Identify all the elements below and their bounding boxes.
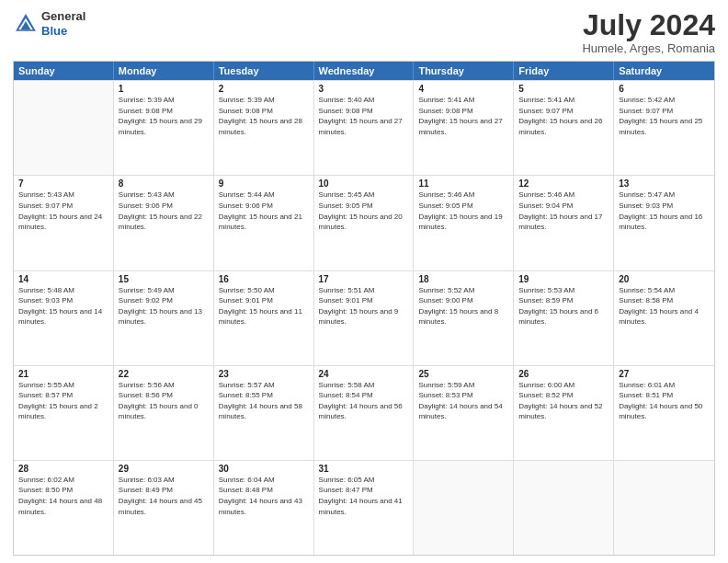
day-number: 16 [219,274,309,284]
cal-cell: 2Sunrise: 5:39 AMSunset: 9:08 PMDaylight… [214,81,314,175]
cal-cell: 12Sunrise: 5:46 AMSunset: 9:04 PMDayligh… [514,176,614,270]
header-tuesday: Tuesday [214,62,314,80]
cell-info: Sunrise: 5:58 AMSunset: 8:54 PMDaylight:… [319,380,409,422]
cal-cell: 21Sunrise: 5:55 AMSunset: 8:57 PMDayligh… [14,366,114,460]
cal-cell: 8Sunrise: 5:43 AMSunset: 9:06 PMDaylight… [114,176,214,270]
cell-info: Sunrise: 5:46 AMSunset: 9:05 PMDaylight:… [418,190,508,232]
cell-info: Sunrise: 5:49 AMSunset: 9:02 PMDaylight:… [119,285,209,327]
cal-cell: 11Sunrise: 5:46 AMSunset: 9:05 PMDayligh… [414,176,514,270]
header-thursday: Thursday [414,62,514,80]
cal-cell: 7Sunrise: 5:43 AMSunset: 9:07 PMDaylight… [14,176,114,270]
day-number: 2 [219,84,309,94]
day-number: 20 [619,274,710,284]
cal-cell [514,461,614,555]
cal-cell [414,461,514,555]
cell-info: Sunrise: 5:48 AMSunset: 9:03 PMDaylight:… [18,285,108,327]
cell-info: Sunrise: 6:01 AMSunset: 8:51 PMDaylight:… [619,380,710,422]
day-number: 6 [619,84,710,94]
cell-info: Sunrise: 5:54 AMSunset: 8:58 PMDaylight:… [619,285,710,327]
calendar: Sunday Monday Tuesday Wednesday Thursday… [13,61,715,556]
day-number: 19 [518,274,609,284]
cell-info: Sunrise: 5:51 AMSunset: 9:01 PMDaylight:… [319,285,409,327]
day-number: 14 [18,274,108,284]
header-wednesday: Wednesday [314,62,415,80]
day-number: 15 [119,274,209,284]
cal-cell: 29Sunrise: 6:03 AMSunset: 8:49 PMDayligh… [114,461,214,555]
cell-info: Sunrise: 5:40 AMSunset: 9:08 PMDaylight:… [319,95,409,137]
month-title: July 2024 [582,9,715,41]
cal-cell: 26Sunrise: 6:00 AMSunset: 8:52 PMDayligh… [514,366,614,460]
cal-cell: 30Sunrise: 6:04 AMSunset: 8:48 PMDayligh… [214,461,314,555]
calendar-header: Sunday Monday Tuesday Wednesday Thursday… [14,62,714,80]
day-number: 26 [518,369,609,379]
day-number: 9 [219,178,309,189]
day-number: 18 [418,274,508,284]
cell-info: Sunrise: 5:41 AMSunset: 9:08 PMDaylight:… [418,95,508,137]
cal-cell [14,81,114,175]
calendar-body: 1Sunrise: 5:39 AMSunset: 9:08 PMDaylight… [14,80,714,555]
cal-cell: 14Sunrise: 5:48 AMSunset: 9:03 PMDayligh… [14,271,114,365]
day-number: 10 [319,178,409,189]
cell-info: Sunrise: 5:47 AMSunset: 9:03 PMDaylight:… [619,190,710,232]
cal-row-4: 28Sunrise: 6:02 AMSunset: 8:50 PMDayligh… [14,460,714,555]
header-friday: Friday [514,62,614,80]
cal-cell: 22Sunrise: 5:56 AMSunset: 8:56 PMDayligh… [114,366,214,460]
cal-cell: 15Sunrise: 5:49 AMSunset: 9:02 PMDayligh… [114,271,214,365]
cal-row-1: 7Sunrise: 5:43 AMSunset: 9:07 PMDaylight… [14,175,714,270]
cell-info: Sunrise: 6:04 AMSunset: 8:48 PMDaylight:… [219,475,309,517]
cell-info: Sunrise: 5:42 AMSunset: 9:07 PMDaylight:… [619,95,710,137]
day-number: 11 [418,178,508,189]
day-number: 31 [319,464,409,474]
cal-cell: 4Sunrise: 5:41 AMSunset: 9:08 PMDaylight… [414,81,514,175]
page: General Blue July 2024 Humele, Arges, Ro… [0,0,728,563]
location-title: Humele, Arges, Romania [582,41,715,55]
header-saturday: Saturday [614,62,714,80]
title-block: July 2024 Humele, Arges, Romania [582,9,715,55]
day-number: 3 [319,84,409,94]
header: General Blue July 2024 Humele, Arges, Ro… [13,9,715,55]
cal-row-2: 14Sunrise: 5:48 AMSunset: 9:03 PMDayligh… [14,270,714,365]
cal-cell: 6Sunrise: 5:42 AMSunset: 9:07 PMDaylight… [614,81,714,175]
cal-cell: 19Sunrise: 5:53 AMSunset: 8:59 PMDayligh… [514,271,614,365]
cal-cell: 18Sunrise: 5:52 AMSunset: 9:00 PMDayligh… [414,271,514,365]
day-number: 4 [418,84,508,94]
cell-info: Sunrise: 5:43 AMSunset: 9:06 PMDaylight:… [119,190,209,232]
cell-info: Sunrise: 5:56 AMSunset: 8:56 PMDaylight:… [119,380,209,422]
day-number: 28 [18,464,108,474]
day-number: 5 [518,84,609,94]
day-number: 12 [518,178,609,189]
cal-cell: 16Sunrise: 5:50 AMSunset: 9:01 PMDayligh… [214,271,314,365]
day-number: 21 [18,369,108,379]
cal-cell: 3Sunrise: 5:40 AMSunset: 9:08 PMDaylight… [314,81,415,175]
cell-info: Sunrise: 5:52 AMSunset: 9:00 PMDaylight:… [418,285,508,327]
day-number: 27 [619,369,710,379]
cell-info: Sunrise: 5:55 AMSunset: 8:57 PMDaylight:… [18,380,108,422]
day-number: 22 [119,369,209,379]
cal-cell: 27Sunrise: 6:01 AMSunset: 8:51 PMDayligh… [614,366,714,460]
cal-cell: 9Sunrise: 5:44 AMSunset: 9:06 PMDaylight… [214,176,314,270]
cell-info: Sunrise: 6:05 AMSunset: 8:47 PMDaylight:… [319,475,409,517]
day-number: 1 [119,84,209,94]
cal-cell: 25Sunrise: 5:59 AMSunset: 8:53 PMDayligh… [414,366,514,460]
cal-cell: 10Sunrise: 5:45 AMSunset: 9:05 PMDayligh… [314,176,415,270]
cell-info: Sunrise: 5:39 AMSunset: 9:08 PMDaylight:… [119,95,209,137]
day-number: 29 [119,464,209,474]
logo-text: General Blue [41,9,85,38]
cal-cell: 31Sunrise: 6:05 AMSunset: 8:47 PMDayligh… [314,461,415,555]
cal-cell: 23Sunrise: 5:57 AMSunset: 8:55 PMDayligh… [214,366,314,460]
cell-info: Sunrise: 5:43 AMSunset: 9:07 PMDaylight:… [18,190,108,232]
cal-cell: 17Sunrise: 5:51 AMSunset: 9:01 PMDayligh… [314,271,415,365]
cell-info: Sunrise: 6:02 AMSunset: 8:50 PMDaylight:… [18,475,108,517]
cell-info: Sunrise: 6:03 AMSunset: 8:49 PMDaylight:… [119,475,209,517]
cal-cell: 28Sunrise: 6:02 AMSunset: 8:50 PMDayligh… [14,461,114,555]
day-number: 25 [418,369,508,379]
cell-info: Sunrise: 5:46 AMSunset: 9:04 PMDaylight:… [518,190,609,232]
cell-info: Sunrise: 5:45 AMSunset: 9:05 PMDaylight:… [319,190,409,232]
day-number: 23 [219,369,309,379]
header-sunday: Sunday [14,62,114,80]
cell-info: Sunrise: 5:39 AMSunset: 9:08 PMDaylight:… [219,95,309,137]
cell-info: Sunrise: 5:59 AMSunset: 8:53 PMDaylight:… [418,380,508,422]
cal-cell [614,461,714,555]
cal-cell: 20Sunrise: 5:54 AMSunset: 8:58 PMDayligh… [614,271,714,365]
day-number: 13 [619,178,710,189]
